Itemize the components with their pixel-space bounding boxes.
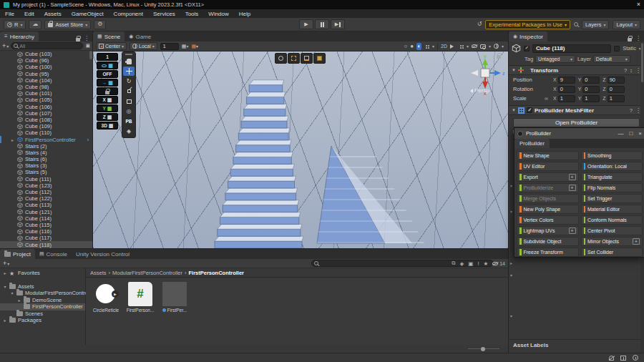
probuilder-action-button[interactable]: Subdivide Object <box>517 237 579 246</box>
progrids-visibility-button[interactable]: ▦ <box>97 62 118 69</box>
tab-console[interactable]: ▤ Console <box>35 249 72 259</box>
experimental-packages-dropdown[interactable]: Experimental Packages In Use ▾ <box>485 20 570 29</box>
tag-dropdown[interactable]: Untagged▾ <box>535 55 575 63</box>
hidden-packages-toggle[interactable]: 14 <box>492 261 505 266</box>
rotation-z-field[interactable]: 0 <box>608 86 625 93</box>
open-probuilder-button[interactable]: Open ProBuilder <box>513 118 640 127</box>
project-tree-item[interactable]: Scenes <box>0 310 85 318</box>
hierarchy-item[interactable]: Stairs (5) <box>0 169 92 175</box>
hierarchy-item[interactable]: Cube (103) <box>0 51 92 57</box>
settings-button[interactable]: ⚙ <box>94 20 106 29</box>
maximize-button[interactable]: □ <box>629 130 633 137</box>
account-dropdown[interactable]: R ▾ <box>4 20 26 29</box>
position-y-field[interactable]: 0 <box>582 77 600 84</box>
hierarchy-item[interactable]: Cube (105) <box>0 97 92 103</box>
hierarchy-item[interactable]: Cube (107) <box>0 110 92 117</box>
hierarchy-item[interactable]: Cube (121) <box>0 209 92 215</box>
rotation-x-field[interactable]: 0 <box>558 86 575 93</box>
probuilder-action-button[interactable]: ProBuilderize + <box>517 183 579 192</box>
project-tree-item[interactable]: ▸ Favorites <box>0 270 85 277</box>
foldout-arrow-icon[interactable]: ▸ <box>510 260 512 265</box>
tab-scene[interactable]: ▦ Scene <box>93 31 125 41</box>
project-tree-item[interactable]: ▸ DemoScene <box>0 297 85 304</box>
hierarchy-item[interactable]: Cube (112) <box>0 189 92 195</box>
effects-flower-icon[interactable] <box>424 44 429 49</box>
search-by-label-icon[interactable]: ▣ <box>468 260 473 267</box>
hierarchy-item[interactable]: Cube (104) <box>0 77 92 84</box>
panel-menu-icon[interactable]: ⋮ <box>84 35 89 41</box>
scale-x-field[interactable]: 1 <box>558 95 575 102</box>
probuilder-action-button[interactable]: Mirror Objects + <box>581 237 643 246</box>
transform-tool[interactable]: ◎ <box>123 107 135 116</box>
expander-arrow-icon[interactable]: ▸ <box>10 137 15 142</box>
probuilder-meshfilter-header[interactable]: ▼ ProBuilder MeshFilter ? ⋮ <box>509 105 644 115</box>
hierarchy-item[interactable]: Cube (122) <box>0 195 92 202</box>
menu-item[interactable]: Window <box>203 11 233 17</box>
probuilder-action-button[interactable]: Lightmap UVs + <box>517 226 579 235</box>
probuilder-action-button[interactable]: Merge Objects <box>517 194 579 203</box>
hierarchy-item[interactable]: Cube (111) <box>0 176 92 182</box>
probuilder-action-button[interactable]: Orientation: Local <box>581 162 643 171</box>
hierarchy-item[interactable]: Cube (118) <box>0 241 92 248</box>
hierarchy-item[interactable]: Cube (101) <box>0 90 92 97</box>
probuilder-action-button[interactable]: Flip Normals <box>581 183 643 192</box>
help-icon[interactable]: ? <box>624 67 627 74</box>
position-z-field[interactable]: 90 <box>608 77 625 84</box>
hierarchy-item[interactable]: Cube (117) <box>0 235 92 241</box>
lock-icon[interactable] <box>628 38 632 41</box>
tab-project[interactable]: Project <box>0 249 35 259</box>
expander-arrow-icon[interactable]: ▸ <box>3 318 7 323</box>
grid-3d-button[interactable]: 3D▦ <box>97 122 118 129</box>
foldout-arrow-icon[interactable]: ▼ <box>512 108 516 112</box>
shaded-wireframe-icon[interactable]: ◐ <box>416 43 421 50</box>
menu-item[interactable]: Edit <box>19 11 39 17</box>
scene-viewport[interactable]: 1 ▦ OFF →▦ X▦ Y▦ Z▦ 3D▦ ↻ ◎ PB ◈ <box>93 52 508 248</box>
play-button[interactable]: ▶ <box>299 19 313 29</box>
component-enabled-checkbox[interactable] <box>527 107 532 113</box>
rotation-y-field[interactable]: 0 <box>582 86 600 93</box>
probuilder-action-button[interactable]: Vertex Colors <box>517 215 579 225</box>
scene-picker-icon[interactable]: ▣ <box>85 43 90 49</box>
hierarchy-item[interactable]: Cube (98) <box>0 84 92 90</box>
shape-tool[interactable]: ◈ <box>123 127 135 136</box>
asset-item[interactable]: FirstPerson... <box>125 282 156 313</box>
overlay-drag-handle[interactable] <box>125 54 132 55</box>
favorite-search-icon[interactable]: ★ <box>483 260 488 267</box>
shaded-mode-icon[interactable]: ● <box>410 43 414 50</box>
create-object-button[interactable]: +▾ <box>2 42 9 49</box>
hierarchy-item[interactable]: Cube (106) <box>0 104 92 110</box>
edge-mode-button[interactable] <box>301 53 313 64</box>
action-options-button[interactable]: + <box>569 174 576 180</box>
pivot-mode-dropdown[interactable]: Center ▾ <box>96 42 127 50</box>
transform-component-header[interactable]: ▼ Transform ? ↕ ⋮ <box>509 65 644 75</box>
camera-settings-icon[interactable] <box>480 44 486 49</box>
position-x-field[interactable]: 9 <box>558 77 575 84</box>
tab-hierarchy[interactable]: ≡ Hierarchy <box>0 31 39 41</box>
hierarchy-item[interactable]: Cube (123) <box>0 182 92 189</box>
open-in-search-icon[interactable]: ⧉ <box>452 260 455 267</box>
foldout-arrow-icon[interactable]: ▼ <box>512 68 516 72</box>
object-mode-button[interactable] <box>275 53 287 64</box>
grid-snap-icon[interactable]: ▦▾ <box>182 43 189 50</box>
perspective-label[interactable]: Persp <box>468 87 489 94</box>
undo-history-icon[interactable]: ↺ <box>477 21 482 27</box>
foldout-arrow-icon[interactable]: ▾ <box>510 209 512 214</box>
expander-arrow-icon[interactable]: ▾ <box>3 284 7 289</box>
asset-labels-section[interactable]: Asset Labels <box>509 339 644 351</box>
hierarchy-item[interactable]: Stairs (3) <box>0 162 92 169</box>
grid-axis-z-button[interactable]: Z▦ <box>97 113 118 121</box>
probuilder-window-titlebar[interactable]: ProBuilder — □ × <box>514 128 644 139</box>
active-checkbox[interactable] <box>524 46 530 52</box>
lock-icon[interactable] <box>76 38 80 41</box>
pause-button[interactable] <box>315 19 329 29</box>
probuilder-tool[interactable]: PB <box>123 117 135 126</box>
hierarchy-item[interactable]: Cube (113) <box>0 202 92 208</box>
2d-toggle[interactable]: 2D <box>441 43 447 50</box>
face-mode-button[interactable] <box>313 53 326 64</box>
foldout-arrow-icon[interactable]: ▾ <box>510 273 512 278</box>
move-tool[interactable] <box>123 67 135 76</box>
notifications-muted-icon[interactable] <box>609 356 614 361</box>
expander-arrow-icon[interactable]: ▾ <box>10 290 14 295</box>
progrids-lock-button[interactable] <box>97 87 118 95</box>
hierarchy-item[interactable]: Stairs (2) <box>0 143 92 150</box>
